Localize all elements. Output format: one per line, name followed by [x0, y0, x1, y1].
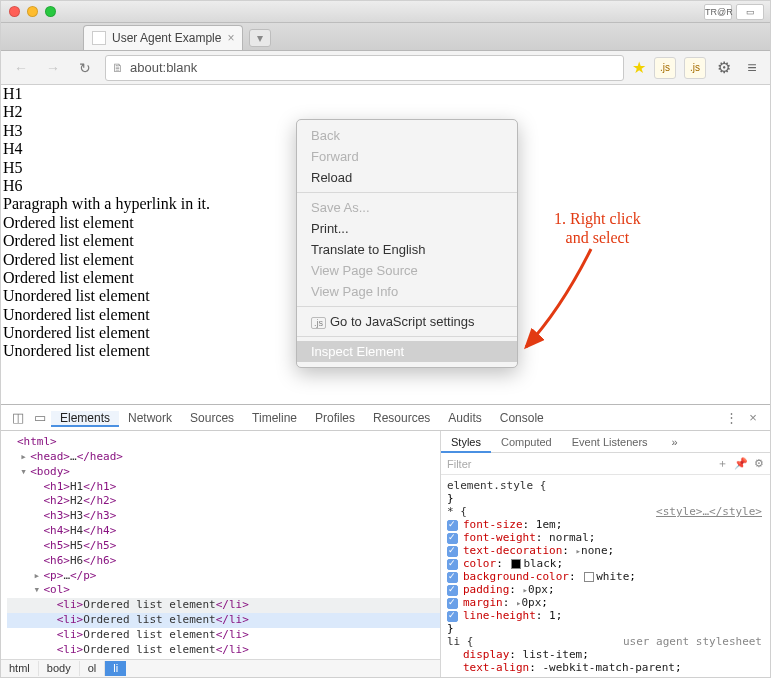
- dom-tree-row[interactable]: <h1>H1</h1>: [7, 480, 440, 495]
- context-menu-item[interactable]: Inspect Element: [297, 341, 517, 362]
- devtools-tab[interactable]: Sources: [181, 411, 243, 425]
- css-property-row[interactable]: font-size: 1em;: [447, 518, 762, 531]
- property-toggle-checkbox[interactable]: [447, 598, 458, 609]
- styles-more-icon[interactable]: »: [662, 431, 688, 453]
- annotation-1: 1. Right click and select: [554, 209, 641, 247]
- breadcrumb[interactable]: htmlbodyolli: [1, 659, 440, 677]
- styles-tabs: StylesComputedEvent Listeners»: [441, 431, 770, 453]
- dom-tree-row[interactable]: <li>Ordered list element</li>: [7, 628, 440, 643]
- context-menu-label: Print...: [311, 221, 349, 236]
- devtools-tab[interactable]: Audits: [439, 411, 490, 425]
- js-settings-icon: .js: [311, 317, 326, 329]
- browser-toolbar: ← → ↻ 🗎 about:blank ★ .js .js ⚙ ≡: [1, 51, 770, 85]
- elements-tree[interactable]: <html> ▸<head>…</head> ▾<body> <h1>H1</h…: [1, 431, 441, 677]
- styles-settings-icon[interactable]: ⚙: [754, 457, 764, 470]
- profile-badge[interactable]: TR@R: [704, 4, 732, 20]
- context-menu: BackForwardReloadSave As...Print...Trans…: [296, 119, 518, 368]
- dom-tree-row[interactable]: ▾<body>: [7, 465, 440, 480]
- context-menu-item: Back: [297, 125, 517, 146]
- close-window-button[interactable]: [9, 6, 20, 17]
- styles-subtab[interactable]: Styles: [441, 431, 491, 453]
- toggle-state-icon[interactable]: 📌: [734, 457, 748, 470]
- styles-pane: StylesComputedEvent Listeners» Filter ＋ …: [441, 431, 770, 677]
- devtools-tab[interactable]: Timeline: [243, 411, 306, 425]
- css-property-row[interactable]: line-height: 1;: [447, 609, 762, 622]
- breadcrumb-item[interactable]: ol: [80, 661, 106, 676]
- context-menu-label: Go to JavaScript settings: [330, 314, 475, 329]
- rule-selector[interactable]: element.style {: [447, 479, 762, 492]
- window-menu-button[interactable]: ▭: [736, 4, 764, 20]
- rule-selector[interactable]: * {<style>…</style>: [447, 505, 762, 518]
- rule-selector[interactable]: li {user agent stylesheet: [447, 635, 762, 648]
- dom-tree-row[interactable]: ▸<head>…</head>: [7, 450, 440, 465]
- context-menu-item: View Page Info: [297, 281, 517, 302]
- extension-js-1[interactable]: .js: [654, 57, 676, 79]
- property-toggle-checkbox[interactable]: [447, 546, 458, 557]
- dom-tree-row[interactable]: <h2>H2</h2>: [7, 494, 440, 509]
- devtools-tab[interactable]: Profiles: [306, 411, 364, 425]
- reload-button[interactable]: ↻: [73, 56, 97, 80]
- dom-tree-row[interactable]: <h4>H4</h4>: [7, 524, 440, 539]
- css-rules[interactable]: element.style {}* {<style>…</style>font-…: [441, 475, 770, 677]
- context-menu-item[interactable]: Print...: [297, 218, 517, 239]
- context-menu-label: Inspect Element: [311, 344, 404, 359]
- forward-button[interactable]: →: [41, 56, 65, 80]
- context-menu-label: Forward: [311, 149, 359, 164]
- dom-tree-row[interactable]: <h6>H6</h6>: [7, 554, 440, 569]
- settings-gear-icon[interactable]: ⚙: [714, 58, 734, 77]
- breadcrumb-item[interactable]: li: [105, 661, 126, 676]
- minimize-window-button[interactable]: [27, 6, 38, 17]
- devtools-close-icon[interactable]: ×: [742, 410, 764, 425]
- filter-input[interactable]: Filter: [447, 458, 471, 470]
- rule-brace: }: [447, 622, 762, 635]
- css-property-row[interactable]: text-decoration: ▸none;: [447, 544, 762, 557]
- property-toggle-checkbox[interactable]: [447, 585, 458, 596]
- dom-tree-row[interactable]: ▾<ol>: [7, 583, 440, 598]
- dom-tree-row[interactable]: ▸<p>…</p>: [7, 569, 440, 584]
- url-text: about:blank: [130, 60, 197, 75]
- tab-close-icon[interactable]: ×: [227, 31, 234, 45]
- styles-subtab[interactable]: Computed: [491, 431, 562, 453]
- breadcrumb-item[interactable]: body: [39, 661, 80, 676]
- context-menu-item[interactable]: .jsGo to JavaScript settings: [297, 311, 517, 332]
- toggle-device-icon[interactable]: ▭: [29, 410, 51, 425]
- css-property-row[interactable]: background-color: white;: [447, 570, 762, 583]
- address-bar[interactable]: 🗎 about:blank: [105, 55, 624, 81]
- dom-tree-row[interactable]: <h5>H5</h5>: [7, 539, 440, 554]
- devtools-more-icon[interactable]: ⋮: [720, 410, 742, 425]
- css-property-row[interactable]: font-weight: normal;: [447, 531, 762, 544]
- devtools-tab[interactable]: Elements: [51, 411, 119, 427]
- context-menu-label: View Page Info: [311, 284, 398, 299]
- dom-tree-row[interactable]: <li>Ordered list element</li>: [7, 613, 440, 628]
- hamburger-menu-icon[interactable]: ≡: [742, 59, 762, 77]
- styles-subtab[interactable]: Event Listeners: [562, 431, 658, 453]
- devtools-tab[interactable]: Network: [119, 411, 181, 425]
- context-menu-separator: [297, 336, 517, 337]
- new-rule-icon[interactable]: ＋: [717, 456, 728, 471]
- property-toggle-checkbox[interactable]: [447, 611, 458, 622]
- traffic-lights: [9, 6, 56, 17]
- property-toggle-checkbox[interactable]: [447, 559, 458, 570]
- css-property-row[interactable]: padding: ▸0px;: [447, 583, 762, 596]
- dom-tree-row[interactable]: <li>Ordered list element</li>: [7, 643, 440, 658]
- css-property-row[interactable]: color: black;: [447, 557, 762, 570]
- context-menu-item[interactable]: Reload: [297, 167, 517, 188]
- dom-tree-row[interactable]: <html>: [7, 435, 440, 450]
- bookmark-star-icon[interactable]: ★: [632, 58, 646, 77]
- inspect-element-icon[interactable]: ◫: [7, 410, 29, 425]
- css-property-row[interactable]: margin: ▸0px;: [447, 596, 762, 609]
- dom-tree-row[interactable]: <li>Ordered list element</li>: [7, 598, 440, 613]
- new-tab-button[interactable]: ▾: [249, 29, 271, 47]
- breadcrumb-item[interactable]: html: [1, 661, 39, 676]
- zoom-window-button[interactable]: [45, 6, 56, 17]
- property-toggle-checkbox[interactable]: [447, 520, 458, 531]
- back-button[interactable]: ←: [9, 56, 33, 80]
- dom-tree-row[interactable]: <h3>H3</h3>: [7, 509, 440, 524]
- browser-tab[interactable]: User Agent Example ×: [83, 25, 243, 50]
- context-menu-item[interactable]: Translate to English: [297, 239, 517, 260]
- devtools-tab[interactable]: Resources: [364, 411, 439, 425]
- devtools-tab[interactable]: Console: [491, 411, 553, 425]
- property-toggle-checkbox[interactable]: [447, 572, 458, 583]
- extension-js-2[interactable]: .js: [684, 57, 706, 79]
- property-toggle-checkbox[interactable]: [447, 533, 458, 544]
